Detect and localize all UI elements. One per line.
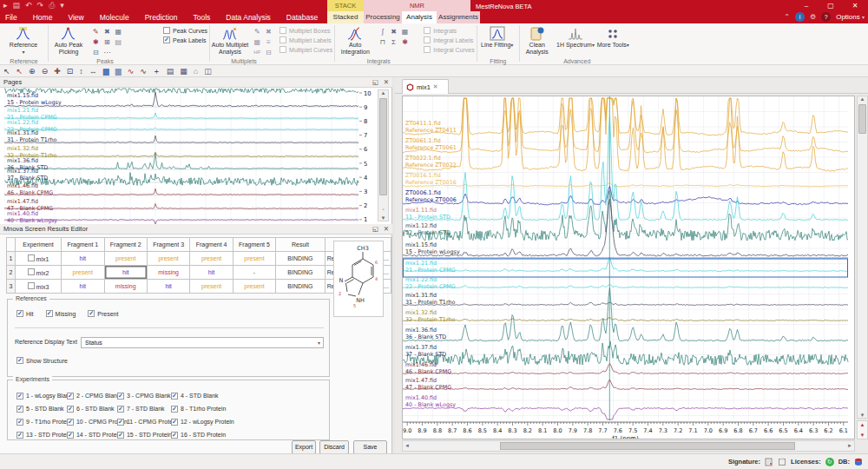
scroll-down-icon[interactable]: ▼ [858,413,867,418]
trace-label[interactable]: Reference ZT0006 [405,196,457,203]
experiment-checkbox[interactable]: ✓2 - CPMG Blank [67,389,117,402]
menu-view[interactable]: View [66,13,85,22]
experiment-checkbox[interactable]: ✓14 - STD Protein [67,428,117,441]
sum-integrals-icon[interactable]: Σ [389,37,399,47]
reference-button[interactable]: Reference▾ [3,25,43,56]
spectrum-horizontal-scrollbar[interactable]: ◄ ► [402,440,855,452]
experiment-checkbox[interactable]: ✓8 - T1rho Protein [171,402,233,415]
integral-curves-checkbox[interactable]: Integral Curves [424,46,474,53]
experiment-checkbox[interactable]: ✓16 - STD Protein [171,428,233,441]
settings-gear-icon[interactable]: ⚙ [810,13,816,21]
scroll-up-icon[interactable]: ▲ [378,90,388,96]
hit-checkbox[interactable]: ✓Hit [16,310,34,317]
baseline-icon[interactable]: ∿ [140,66,147,76]
trace-label[interactable]: 15 - Protein wLogsy [7,99,62,106]
result-cell[interactable]: BINDING [276,266,326,280]
auto-integration-button[interactable]: Auto Integration [335,25,375,56]
fragment-status-cell[interactable]: present [233,252,275,266]
trace-label[interactable]: 37 - Blank STD [405,351,446,358]
multiplet-report-icon[interactable]: HF [252,48,262,57]
menu-database[interactable]: Database [285,13,319,22]
close-button[interactable]: ✕ [845,1,865,10]
zoom-out-icon[interactable]: ⊖ [42,66,49,76]
more-tools-button[interactable]: More Tools▾ [596,25,629,49]
multiplet-curves-checkbox[interactable]: Multiplet Curves [279,46,332,53]
pointer-icon[interactable]: ↖ [3,66,10,76]
delete-multiplets-icon[interactable]: ✖ [263,27,273,36]
zoom-in-icon[interactable]: ⊕ [29,66,36,76]
fragment-status-cell[interactable]: hit [104,266,147,280]
trace-label[interactable]: 36 - Blank STD [405,334,446,340]
delete-peaks-icon[interactable]: ✖ [102,27,112,36]
fragment-status-cell[interactable]: hit [147,280,189,294]
scroll-box-icon[interactable]: ▫ [378,207,388,212]
trace-label[interactable]: 31 - Protein T1rho [7,136,56,143]
row-checkbox[interactable] [28,254,35,261]
experiment-checkbox[interactable]: ✓5 - STD Blank [16,402,67,415]
scroll-down-icon[interactable]: ▼ [378,215,388,221]
trace-label[interactable]: 47 - Blank CPMG [405,384,451,391]
menu-home[interactable]: Home [31,13,55,22]
menu-file[interactable]: File [3,13,19,22]
full-spectrum-icon[interactable]: ⊡ [67,66,74,76]
column-header[interactable]: Fragment 1 [62,238,104,252]
maximize-button[interactable]: ▢ [821,1,840,10]
stacked-spectrum-canvas[interactable]: ZT0411.1.fidReference ZT0411ZT0061.1.fid… [402,96,855,439]
experiment-checkbox[interactable]: ✓15 - STD Protein [117,428,171,441]
copy-peaks-icon[interactable]: ▤ [113,37,123,47]
experiment-checkbox[interactable]: ✓1 - wLogsy Blank [16,389,67,402]
trace-label[interactable]: 21 - Protein CPMG [405,267,456,274]
menu-tools[interactable]: Tools [192,13,213,22]
pan-icon[interactable]: ✚ [54,66,61,76]
pick-peaks-manually-icon[interactable]: ✎ [90,27,101,36]
show-structure-checkbox[interactable]: ✓Show Structure [16,357,68,364]
help-icon[interactable]: ? [821,12,831,22]
1h-spectrum-button[interactable]: 1H Spectrum▾ [556,25,595,49]
line-fitting-button[interactable]: Line Fitting▾ [477,25,517,49]
missing-checkbox[interactable]: ✓Missing [46,310,76,317]
auto-multiplet-analysis-button[interactable]: Auto Multiplet Analysis [210,25,250,56]
trace-label[interactable]: Reference ZT0061 [405,144,457,151]
menu-molecule[interactable]: Molecule [98,13,131,22]
pages-stacked-spectra[interactable]: mix1.15.fid15 - Protein wLogsymix1.21.fi… [4,88,378,224]
signature-document-icon[interactable] [765,458,773,466]
minimize-button[interactable]: – [797,1,816,10]
secondary-pointer-icon[interactable]: ↖ [16,66,23,76]
info-icon[interactable]: i [795,12,805,22]
trace-label[interactable]: Reference ZT0022 [405,162,457,168]
experiment-checkbox[interactable]: ✓9 - T1rho Protein [16,415,67,428]
discard-button[interactable]: Discard [319,440,349,454]
intensity-buttons[interactable]: ▲ ▼ [857,420,868,439]
experiment-checkbox[interactable]: ✓7 - STD Blank [117,402,171,415]
export-button[interactable]: Export [292,440,316,454]
experiment-checkbox[interactable]: ✓6 - STD Blank [67,402,117,415]
close-panel-icon[interactable]: ✕ [384,77,389,88]
result-cell[interactable]: BINDING [276,252,326,266]
trace-label[interactable]: 40 - Blank wLogsy [7,217,57,224]
fragment-status-cell[interactable]: missing [104,280,147,294]
experiment-checkbox[interactable]: ✓12 - wLogsy Protein [171,415,233,428]
fragment-status-cell[interactable]: hit [62,280,104,294]
integral-region-icon[interactable]: ⊓ [378,37,388,47]
fit-vertical-icon[interactable]: ↕ [79,66,83,76]
row-checkbox[interactable] [28,268,35,275]
trace-label[interactable]: 11 - Protein STD [405,214,450,221]
multiplet-boxes-checkbox[interactable]: Multiplet Boxes [279,27,332,34]
db-status-icon[interactable] [854,458,863,466]
trace-label[interactable]: 22 - Protein CPMG [405,283,456,290]
integrals-checkbox[interactable]: Integrals [424,27,474,34]
trace-label[interactable]: 37 - Blank STD [7,175,48,182]
integrals-table-icon[interactable]: ▦ [400,27,411,36]
trace-label[interactable]: 40 - Blank wLogsy [405,401,456,408]
grid-view-icon[interactable]: ▦ [180,66,187,76]
trace-label[interactable]: 46 - Blank CPMG [7,189,53,196]
scroll-left-icon[interactable]: ◄ [404,441,410,451]
peak-curve-icon[interactable]: ∿ [128,66,135,76]
horizontal-scroll-thumb[interactable] [500,442,795,450]
add-trace-icon[interactable]: ＋ [153,66,161,76]
fragment-status-cell[interactable]: present [233,280,275,294]
trace-label[interactable]: Reference ZT0016 [405,179,457,186]
float-panel-icon[interactable]: ◱ [372,224,378,234]
save-icon[interactable]: ▤ [13,1,21,10]
fragment-status-cell[interactable]: present [104,252,147,266]
